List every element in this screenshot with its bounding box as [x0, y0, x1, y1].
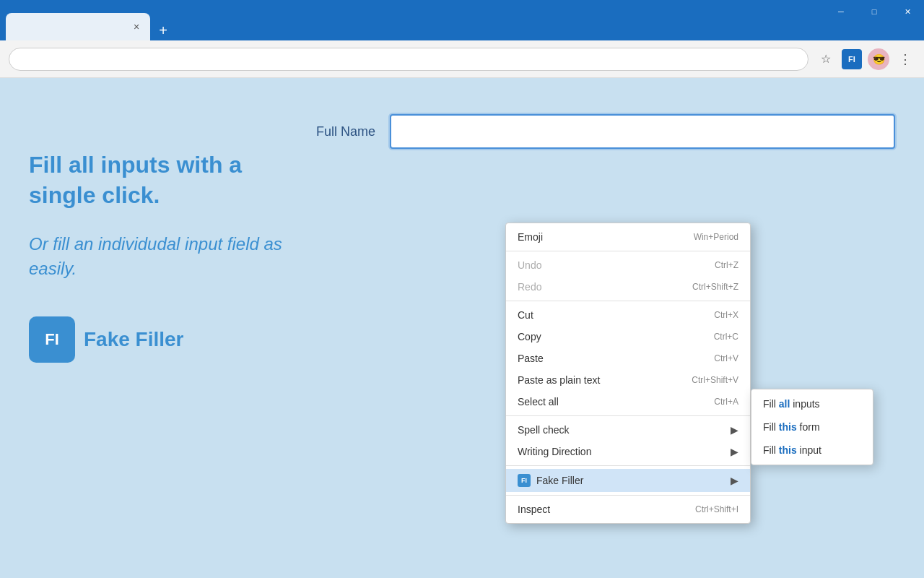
fake-filler-extension-icon[interactable]: FI: [842, 49, 862, 69]
brand: FI Fake Filler: [29, 316, 303, 363]
page-content: Fill all inputs with a single click. Or …: [0, 78, 924, 578]
minimize-button[interactable]: ─: [824, 0, 858, 23]
context-menu-select-all[interactable]: Select all Ctrl+A: [506, 391, 750, 413]
context-menu-fake-filler[interactable]: FI Fake Filler ▶: [506, 469, 750, 492]
context-menu-divider-5: [506, 495, 750, 496]
context-menu-inspect[interactable]: Inspect Ctrl+Shift+I: [506, 499, 750, 520]
browser-titlebar: × + ─ □ ✕: [0, 0, 924, 40]
full-name-label: Full Name: [289, 124, 375, 139]
context-menu-copy[interactable]: Copy Ctrl+C: [506, 326, 750, 348]
toolbar-icons: ☆ FI 😎 ⋮: [816, 48, 915, 70]
context-menu-cut[interactable]: Cut Ctrl+X: [506, 304, 750, 326]
context-menu-divider-3: [506, 415, 750, 416]
context-menu-writing-direction[interactable]: Writing Direction ▶: [506, 441, 750, 462]
full-name-input[interactable]: [390, 114, 895, 149]
avatar-emoji: 😎: [873, 53, 885, 65]
profile-avatar[interactable]: 😎: [868, 48, 889, 70]
sub-text: Or fill an individudal input field as ea…: [29, 232, 303, 280]
brand-name: Fake Filler: [84, 328, 184, 351]
left-content: Fill all inputs with a single click. Or …: [29, 150, 303, 363]
address-field[interactable]: [9, 48, 808, 71]
active-tab[interactable]: ×: [6, 13, 150, 40]
brand-icon: FI: [29, 316, 75, 363]
fake-filler-submenu: Fill all inputs Fill this form Fill this…: [751, 389, 873, 465]
browser-menu-button[interactable]: ⋮: [895, 49, 915, 69]
context-menu-undo: Undo Ctrl+Z: [506, 254, 750, 276]
new-tab-button[interactable]: +: [153, 20, 173, 40]
tab-area: × +: [6, 0, 173, 40]
context-menu-spell-check[interactable]: Spell check ▶: [506, 419, 750, 441]
context-menu: Emoji Win+Period Undo Ctrl+Z Redo Ctrl+S…: [505, 223, 751, 524]
hero-text: Fill all inputs with a single click.: [29, 150, 303, 210]
context-menu-divider-1: [506, 251, 750, 251]
context-menu-divider-2: [506, 301, 750, 301]
form-area: Full Name: [289, 114, 895, 149]
submenu-fill-this-form[interactable]: Fill this form: [751, 415, 873, 439]
submenu-fill-this-input[interactable]: Fill this input: [751, 439, 873, 462]
context-menu-redo: Redo Ctrl+Shift+Z: [506, 276, 750, 298]
context-menu-paste-plain[interactable]: Paste as plain text Ctrl+Shift+V: [506, 369, 750, 391]
tab-close-button[interactable]: ×: [130, 20, 143, 33]
window-controls: ─ □ ✕: [824, 0, 924, 23]
fake-filler-menu-icon: FI: [518, 474, 531, 487]
context-menu-paste[interactable]: Paste Ctrl+V: [506, 348, 750, 369]
context-menu-emoji[interactable]: Emoji Win+Period: [506, 226, 750, 248]
submenu-fill-all-inputs[interactable]: Fill all inputs: [751, 392, 873, 415]
context-menu-divider-4: [506, 465, 750, 466]
address-bar: ☆ FI 😎 ⋮: [0, 40, 924, 78]
maximize-button[interactable]: □: [858, 0, 891, 23]
form-row: Full Name: [289, 114, 895, 149]
bookmark-button[interactable]: ☆: [816, 49, 836, 69]
close-button[interactable]: ✕: [891, 0, 924, 23]
